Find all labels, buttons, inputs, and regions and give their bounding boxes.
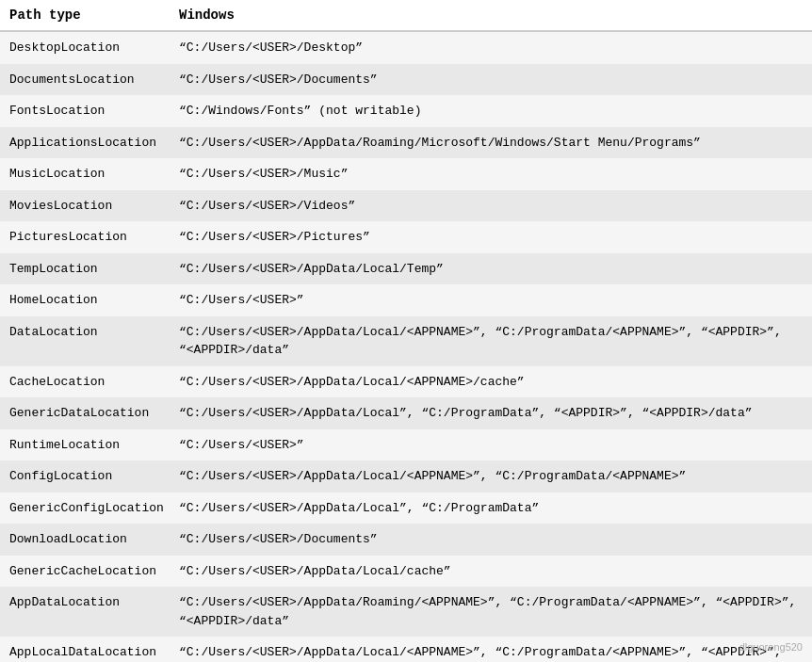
cell-path-type: ConfigLocation bbox=[0, 460, 170, 492]
cell-windows-value: “C:/Users/<USER>/AppData/Roaming/<APPNAM… bbox=[170, 587, 812, 637]
cell-path-type: AppLocalDataLocation bbox=[0, 637, 170, 662]
cell-windows-value: “C:/Users/<USER>/Pictures” bbox=[170, 221, 812, 253]
cell-windows-value: “C:/Windows/Fonts” (not writable) bbox=[170, 95, 812, 127]
table-row: FontsLocation“C:/Windows/Fonts” (not wri… bbox=[0, 95, 812, 127]
table-row: DocumentsLocation“C:/Users/<USER>/Docume… bbox=[0, 64, 812, 96]
cell-windows-value: “C:/Users/<USER>/AppData/Local/cache” bbox=[170, 556, 812, 588]
cell-path-type: DocumentsLocation bbox=[0, 64, 170, 96]
cell-path-type: ApplicationsLocation bbox=[0, 127, 170, 159]
cell-path-type: FontsLocation bbox=[0, 95, 170, 127]
table-row: PicturesLocation“C:/Users/<USER>/Picture… bbox=[0, 221, 812, 253]
cell-windows-value: “C:/Users/<USER>/AppData/Local/<APPNAME>… bbox=[170, 637, 812, 662]
table-row: RuntimeLocation“C:/Users/<USER>” bbox=[0, 429, 812, 461]
watermark: dlguorong520 bbox=[739, 641, 803, 653]
table-row: DataLocation“C:/Users/<USER>/AppData/Loc… bbox=[0, 316, 812, 366]
cell-path-type: HomeLocation bbox=[0, 284, 170, 316]
cell-windows-value: “C:/Users/<USER>/AppData/Local/<APPNAME>… bbox=[170, 366, 812, 398]
cell-path-type: GenericDataLocation bbox=[0, 397, 170, 429]
cell-windows-value: “C:/Users/<USER>/Documents” bbox=[170, 64, 812, 96]
table-body: DesktopLocation“C:/Users/<USER>/Desktop”… bbox=[0, 31, 812, 662]
cell-path-type: PicturesLocation bbox=[0, 221, 170, 253]
cell-path-type: GenericCacheLocation bbox=[0, 556, 170, 588]
cell-windows-value: “C:/Users/<USER>/Music” bbox=[170, 158, 812, 190]
table-row: GenericDataLocation“C:/Users/<USER>/AppD… bbox=[0, 397, 812, 429]
cell-path-type: GenericConfigLocation bbox=[0, 492, 170, 525]
cell-windows-value: “C:/Users/<USER>/Desktop” bbox=[170, 31, 812, 64]
cell-path-type: RuntimeLocation bbox=[0, 429, 170, 461]
path-table: Path type Windows DesktopLocation“C:/Use… bbox=[0, 0, 812, 662]
table-row: TempLocation“C:/Users/<USER>/AppData/Loc… bbox=[0, 253, 812, 285]
cell-windows-value: “C:/Users/<USER>/Documents” bbox=[170, 524, 812, 556]
cell-windows-value: “C:/Users/<USER>” bbox=[170, 284, 812, 316]
table-row: DownloadLocation“C:/Users/<USER>/Documen… bbox=[0, 524, 812, 556]
header-path-type: Path type bbox=[0, 0, 170, 31]
table-row: CacheLocation“C:/Users/<USER>/AppData/Lo… bbox=[0, 366, 812, 398]
cell-path-type: DownloadLocation bbox=[0, 524, 170, 556]
cell-path-type: DataLocation bbox=[0, 316, 170, 366]
table-row: ConfigLocation“C:/Users/<USER>/AppData/L… bbox=[0, 460, 812, 492]
table-row: GenericConfigLocation“C:/Users/<USER>/Ap… bbox=[0, 492, 812, 525]
table-row: DesktopLocation“C:/Users/<USER>/Desktop” bbox=[0, 31, 812, 64]
cell-windows-value: “C:/Users/<USER>/AppData/Local”, “C:/Pro… bbox=[170, 397, 812, 429]
cell-path-type: TempLocation bbox=[0, 253, 170, 285]
table-row: ApplicationsLocation“C:/Users/<USER>/App… bbox=[0, 127, 812, 159]
table-row: AppLocalDataLocation“C:/Users/<USER>/App… bbox=[0, 637, 812, 662]
cell-path-type: CacheLocation bbox=[0, 366, 170, 398]
cell-windows-value: “C:/Users/<USER>/AppData/Local/<APPNAME>… bbox=[170, 316, 812, 366]
cell-windows-value: “C:/Users/<USER>/AppData/Local/Temp” bbox=[170, 253, 812, 285]
cell-path-type: AppDataLocation bbox=[0, 587, 170, 637]
cell-windows-value: “C:/Users/<USER>/Videos” bbox=[170, 190, 812, 222]
table-row: MoviesLocation“C:/Users/<USER>/Videos” bbox=[0, 190, 812, 222]
table-row: MusicLocation“C:/Users/<USER>/Music” bbox=[0, 158, 812, 190]
cell-path-type: MoviesLocation bbox=[0, 190, 170, 222]
table-header-row: Path type Windows bbox=[0, 0, 812, 31]
table-row: HomeLocation“C:/Users/<USER>” bbox=[0, 284, 812, 316]
cell-windows-value: “C:/Users/<USER>/AppData/Roaming/Microso… bbox=[170, 127, 812, 159]
cell-windows-value: “C:/Users/<USER>/AppData/Local/<APPNAME>… bbox=[170, 460, 812, 492]
cell-windows-value: “C:/Users/<USER>” bbox=[170, 429, 812, 461]
cell-path-type: MusicLocation bbox=[0, 158, 170, 190]
cell-windows-value: “C:/Users/<USER>/AppData/Local”, “C:/Pro… bbox=[170, 492, 812, 525]
table-row: AppDataLocation“C:/Users/<USER>/AppData/… bbox=[0, 587, 812, 637]
table-row: GenericCacheLocation“C:/Users/<USER>/App… bbox=[0, 556, 812, 588]
cell-path-type: DesktopLocation bbox=[0, 31, 170, 64]
header-windows: Windows bbox=[170, 0, 812, 31]
